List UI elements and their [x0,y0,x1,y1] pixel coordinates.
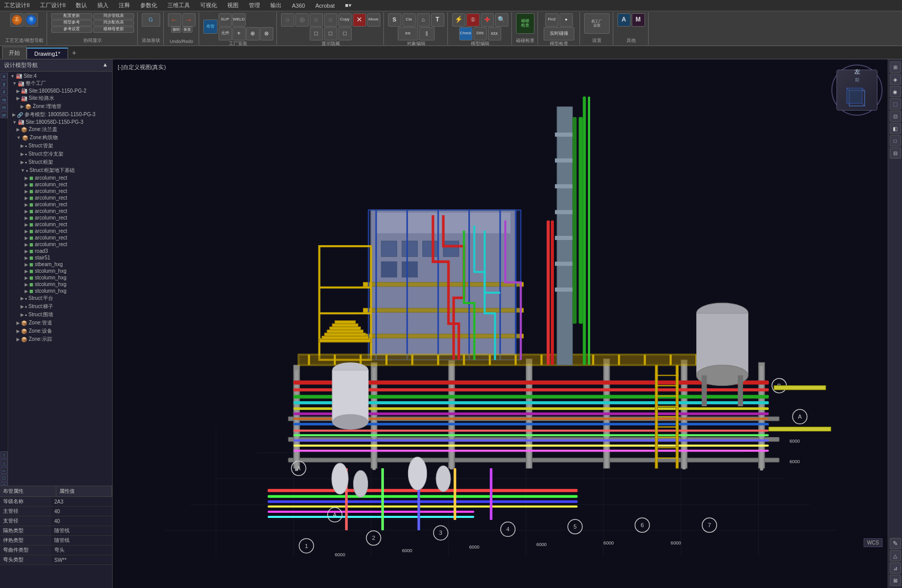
tree-item-20[interactable]: ▶ ◼arcolumn_rect [8,221,112,228]
menu-item-visual[interactable]: 可视化 [198,1,219,10]
sidebar-collapse-icon[interactable]: ▲ [102,61,108,69]
tb-btn-stair-update[interactable]: 楼梯母更新 [93,27,134,33]
tb-btn-circle2[interactable]: ◎ [295,13,309,27]
tb-btn-circle-x[interactable]: ⊗ [260,27,273,40]
tb-btn-sup[interactable]: SUP [219,13,232,27]
tree-item-8[interactable]: ▼ 📦Zone:构筑物 [8,134,112,142]
tree-item-28[interactable]: ▶ ◼stcolumn_hxg [8,274,112,281]
tree-item-7[interactable]: ▶ 📦Zone:法兰盖 [8,125,112,134]
tree-item-24[interactable]: ▶ ◼road3 [8,248,112,254]
tb-btn-pipe[interactable]: 布管 [203,19,218,34]
tb-btn-copy[interactable]: Copy [338,13,352,27]
tree-item-29[interactable]: ▶ ◼stcolumn_hxg [8,281,112,288]
tb-btn-circle1[interactable]: ○ [281,13,294,27]
tree-item-21[interactable]: ▶ ◼arcolumn_rect [8,228,112,234]
menu-item-view[interactable]: 视图 [225,1,241,10]
tb-btn-redo[interactable]: → [182,13,196,27]
tb-btn-undo-label[interactable]: 撤销 [171,27,181,33]
navcube-box[interactable]: 左 前 [836,70,877,111]
coord-btn-sq2[interactable]: □ [1,482,8,486]
tb-btn-A[interactable]: A [617,13,631,27]
tree-item-31[interactable]: ▶ ▪Struct:平台 [8,294,112,302]
menu-item-factory[interactable]: 工厂设计II [38,1,68,10]
rb-btn-3[interactable]: ◉ [890,86,901,97]
tb-btn-factory-settings[interactable]: 易工厂设置 [584,13,610,34]
tb-btn-lightning[interactable]: ⚡ [452,13,465,27]
tb-btn-model-nav[interactable]: 导 [25,13,38,27]
menu-item-manage[interactable]: 管理 [247,1,262,10]
tb-btn-realtime[interactable]: 实时碰撞 [544,27,574,40]
tb-btn-process-art[interactable]: 工 [10,13,24,27]
coord-btn-y[interactable]: y [1,80,8,88]
tree-item-23[interactable]: ▶ ◼arcolumn_rect [8,241,112,248]
menu-item-misc[interactable]: ■▾ [343,1,354,10]
rb-btn-6[interactable]: ◧ [890,123,901,134]
rb-btn-2[interactable]: ◈ [890,74,901,85]
tb-btn-redo-label[interactable]: 恢复 [182,27,192,33]
tree-item-4[interactable]: ▶ 📦Zone:埋地管 [8,102,112,111]
rb-btn-12[interactable]: ⊠ [890,575,901,586]
tab-add-button[interactable]: + [68,47,80,59]
tb-btn-weld[interactable]: WELD [232,13,246,27]
tree-item-12[interactable]: ▼ ▪Struct:框架地下基础 [8,166,112,175]
viewport[interactable]: [-]自定义视图(真实) [113,59,888,588]
tree-item-32[interactable]: ▶ ▪Struct:梯子 [8,302,112,311]
navcube[interactable]: 左 前 [831,64,883,116]
tab-start[interactable]: 开始 [2,47,27,59]
menu-item-3d[interactable]: 三维工具 [165,1,192,10]
tree-item-33[interactable]: ▶ ▪Struct:围墙 [8,311,112,319]
tree-item-14[interactable]: ▶ ◼arcolumn_rect [8,181,112,188]
tree-item-19[interactable]: ▶ ◼arcolumn_rect [8,214,112,221]
tree-item-3[interactable]: ▶ 🏭Site:绘路水 [8,94,112,102]
tree-item-25[interactable]: ▶ ◼stair51 [8,254,112,261]
tree-item-17[interactable]: ▶ ◼arcolumn_rect [8,201,112,208]
tb-btn-undo[interactable]: ← [168,13,181,27]
tb-btn-collision[interactable]: 磁碰检查 [516,13,534,34]
coord-btn-xz[interactable]: xz [1,103,8,111]
coord-btn-arrow-up[interactable]: ↑ [1,451,8,459]
menu-item-acrobat[interactable]: Acrobat [313,2,337,10]
tree-item-15[interactable]: ▶ ◼arcolumn_rect [8,188,112,194]
tb-btn-model-check2[interactable]: ● [560,13,573,27]
tree-item-0[interactable]: ▼ 🏭Site:4 [8,73,112,79]
tb-btn-sync-pipe[interactable]: 同步管线表 [93,13,134,19]
tree-item-13[interactable]: ▶ ◼arcolumn_rect [8,175,112,181]
rb-btn-7[interactable]: □ [890,135,901,146]
tb-btn-warn[interactable]: ① [466,13,480,27]
tree-item-10[interactable]: ▶ ▪Struct:空冷支架 [8,150,112,158]
coord-btn-yz[interactable]: yz [1,111,8,118]
tb-btn-config-update[interactable]: 配置更新 [51,13,92,19]
tree-item-22[interactable]: ▶ ◼arcolumn_rect [8,234,112,241]
tab-drawing1[interactable]: Drawing1* [27,48,68,59]
coord-btn-x[interactable]: x [1,73,8,80]
coord-btn-sq1[interactable]: □ [1,474,8,482]
rb-btn-1[interactable]: ⊞ [890,61,901,73]
tb-btn-din[interactable]: DIN [474,27,487,40]
tree-item-5[interactable]: ▶ 🔗参考模型: 180058D-1150-PG-3 [8,111,112,119]
rb-btn-8[interactable]: ⊟ [890,147,901,159]
coord-btn-xy[interactable]: xy [1,96,8,103]
tb-btn-ref-settings[interactable]: 参考设置 [51,27,92,33]
coord-btn-down[interactable]: ↓ [1,459,8,466]
tb-btn-delete[interactable]: ✕ [353,13,366,27]
tb-btn-model-check1[interactable]: Fin2 [545,13,559,27]
menu-item-a360[interactable]: A360 [290,2,307,10]
tb-btn-T[interactable]: T [431,13,444,27]
menu-item-data[interactable]: 数认 [74,1,89,10]
menu-item-insert[interactable]: 插入 [95,1,111,10]
menu-item-annotate[interactable]: 注释 [117,1,132,10]
menu-item-param[interactable]: 参数化 [138,1,159,10]
tree-item-35[interactable]: ▶ 📦Zone:设备 [8,327,112,335]
tb-btn-circle4[interactable]: ○ [324,13,337,27]
tb-btn-move[interactable]: Move [367,13,380,27]
rb-btn-9[interactable]: ✎ [890,538,901,549]
tree-item-18[interactable]: ▶ ◼arcolumn_rect [8,208,112,214]
tb-btn-check[interactable]: Check [459,27,473,40]
menu-item-output[interactable]: 输出 [268,1,284,10]
menu-item-design[interactable]: 工艺设计II [2,1,32,10]
tree-item-30[interactable]: ▶ ◼stcolumn_hxg [8,288,112,294]
tb-btn-sync-color[interactable]: 同步配色表 [93,20,134,26]
tb-btn-sq1[interactable]: □ [310,27,323,40]
tree-item-16[interactable]: ▶ ◼arcolumn_rect [8,194,112,201]
tb-btn-shape[interactable]: G [142,13,160,27]
